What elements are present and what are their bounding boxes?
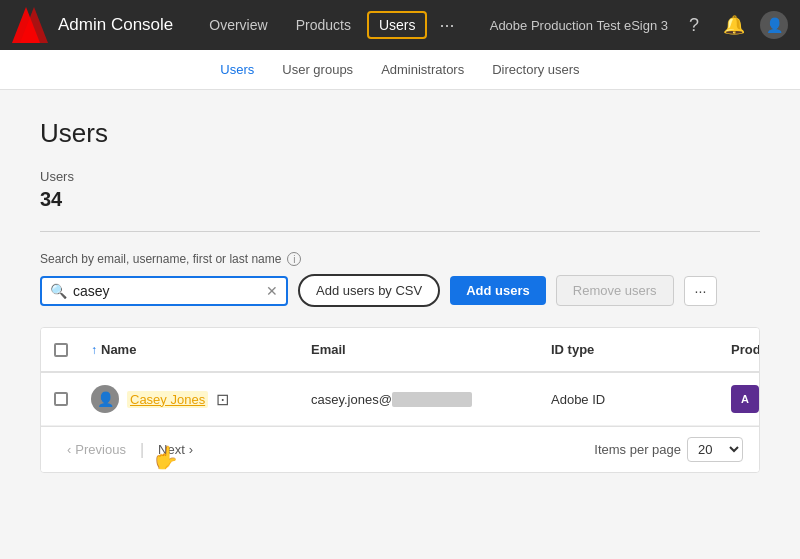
notifications-button[interactable]: 🔔: [720, 11, 748, 39]
next-label: Next: [158, 442, 185, 457]
user-name-link[interactable]: Casey Jones: [127, 391, 208, 408]
subnav-user-groups[interactable]: User groups: [282, 62, 353, 77]
search-label: Search by email, username, first or last…: [40, 252, 760, 266]
main-content: Users Users 34 Search by email, username…: [0, 90, 800, 493]
th-email: Email: [301, 338, 541, 361]
search-input[interactable]: [73, 283, 260, 299]
users-count: 34: [40, 188, 760, 211]
select-all-checkbox[interactable]: [54, 343, 68, 357]
search-box: 🔍 ✕: [40, 276, 288, 306]
user-avatar-button[interactable]: 👤: [760, 11, 788, 39]
sub-nav: Users User groups Administrators Directo…: [0, 50, 800, 90]
divider: [40, 231, 760, 232]
nav-item-products[interactable]: Products: [284, 11, 363, 39]
th-products: Products: [721, 338, 760, 361]
nav-item-overview[interactable]: Overview: [197, 11, 279, 39]
th-name[interactable]: ↑ Name: [81, 338, 301, 361]
question-icon: ?: [689, 15, 699, 36]
pagination-bar: ‹ Previous | Next › Items per page 10 20…: [41, 426, 759, 472]
next-button[interactable]: Next ›: [148, 438, 203, 461]
th-name-label: Name: [101, 342, 136, 357]
remove-users-button: Remove users: [556, 275, 674, 306]
page-title: Users: [40, 118, 760, 149]
row-checkbox[interactable]: [54, 392, 68, 406]
sort-asc-icon: ↑: [91, 343, 97, 357]
info-icon[interactable]: i: [287, 252, 301, 266]
help-button[interactable]: ?: [680, 11, 708, 39]
top-nav: Admin Console Overview Products Users ··…: [0, 0, 800, 50]
table-row: 👤 Casey Jones ⊡ casey.jones@ Adobe ID A: [41, 373, 759, 426]
acrobat-icon: A: [736, 390, 754, 408]
pagination-nav: ‹ Previous | Next ›: [57, 438, 203, 461]
org-name: Adobe Production Test eSign 3: [490, 18, 668, 33]
bell-icon: 🔔: [723, 14, 745, 36]
chevron-right-icon: ›: [189, 442, 193, 457]
th-products-label: Products: [731, 342, 760, 357]
subnav-administrators[interactable]: Administrators: [381, 62, 464, 77]
user-profile-icon: 👤: [766, 17, 783, 33]
primary-nav: Overview Products Users ···: [197, 9, 489, 42]
more-actions-button[interactable]: ···: [684, 276, 718, 306]
row-checkbox-cell: [41, 388, 81, 410]
row-name-cell: 👤 Casey Jones ⊡: [81, 381, 301, 417]
subnav-users[interactable]: Users: [220, 62, 254, 77]
add-users-button[interactable]: Add users: [450, 276, 546, 305]
th-id-type: ID type: [541, 338, 721, 361]
user-icon: 👤: [97, 391, 114, 407]
app-title: Admin Console: [58, 15, 173, 35]
id-type-value: Adobe ID: [551, 392, 605, 407]
th-email-label: Email: [311, 342, 346, 357]
user-avatar-small: 👤: [91, 385, 119, 413]
chevron-left-icon: ‹: [67, 442, 71, 457]
pagination-divider: |: [140, 441, 144, 459]
th-id-type-label: ID type: [551, 342, 594, 357]
search-icon: 🔍: [50, 283, 67, 299]
th-checkbox: [41, 338, 81, 361]
adobe-logo-icon: [12, 7, 48, 43]
items-per-page-label: Items per page: [594, 442, 681, 457]
nav-right-section: Adobe Production Test eSign 3 ? 🔔 👤: [490, 11, 788, 39]
email-prefix: casey.jones@: [311, 392, 392, 407]
nav-item-more[interactable]: ···: [431, 9, 462, 42]
previous-button[interactable]: ‹ Previous: [57, 438, 136, 461]
nav-item-users[interactable]: Users: [367, 11, 428, 39]
row-products-cell: A: [721, 381, 760, 417]
svg-text:A: A: [741, 393, 749, 405]
items-per-page-control: Items per page 10 20 50 100: [594, 437, 743, 462]
users-table: ↑ Name Email ID type Products 👤 Case: [40, 327, 760, 473]
row-id-type-cell: Adobe ID: [541, 388, 721, 411]
subnav-directory-users[interactable]: Directory users: [492, 62, 579, 77]
per-page-select[interactable]: 10 20 50 100: [687, 437, 743, 462]
add-users-by-csv-button[interactable]: Add users by CSV: [298, 274, 440, 307]
row-email-cell: casey.jones@: [301, 388, 541, 411]
actions-row: 🔍 ✕ Add users by CSV Add users Remove us…: [40, 274, 760, 307]
table-header: ↑ Name Email ID type Products: [41, 328, 759, 373]
search-label-text: Search by email, username, first or last…: [40, 252, 281, 266]
email-blurred: [392, 392, 472, 407]
clear-search-button[interactable]: ✕: [266, 284, 278, 298]
product-icon: A: [731, 385, 759, 413]
previous-label: Previous: [75, 442, 126, 457]
edit-user-icon[interactable]: ⊡: [216, 390, 229, 409]
users-count-label: Users: [40, 169, 760, 184]
